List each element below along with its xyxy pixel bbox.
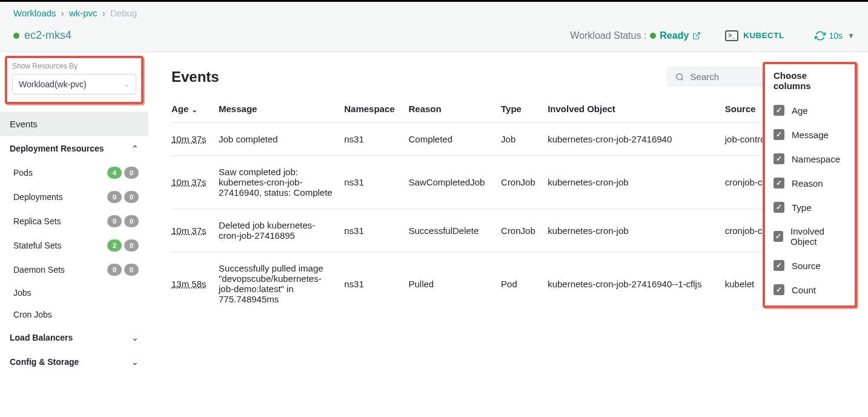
sidebar-item-deployments[interactable]: Deployments00 bbox=[0, 185, 148, 209]
breadcrumb: Workloads › wk-pvc › Debug bbox=[0, 2, 868, 24]
column-header-type[interactable]: Type bbox=[501, 98, 548, 123]
column-header-involved-object[interactable]: Involved Object bbox=[548, 98, 725, 123]
filter-value: Workload(wk-pvc) bbox=[19, 79, 87, 89]
main-content: Events Age ⌄MessageNamespaceReasonTypeIn… bbox=[148, 52, 868, 386]
status-bar: ec2-mks4 Workload Status : Ready >_ KUBE… bbox=[0, 24, 868, 52]
kubectl-button[interactable]: >_ KUBECTL bbox=[725, 30, 784, 41]
cell: Completed bbox=[408, 123, 501, 156]
choose-columns-title: Choose columns bbox=[765, 64, 855, 98]
context-status-dot bbox=[13, 33, 19, 39]
cell: Pod bbox=[501, 252, 548, 316]
chevron-down-icon: ▼ bbox=[847, 32, 855, 40]
sidebar-item-label: Jobs bbox=[13, 288, 31, 298]
checkbox-icon: ✓ bbox=[774, 153, 784, 164]
sidebar-section-load-balancers[interactable]: Load Balancers ⌄ bbox=[0, 325, 148, 350]
breadcrumb-sep: › bbox=[61, 8, 64, 18]
terminal-icon: >_ bbox=[725, 30, 738, 41]
sidebar-item-events[interactable]: Events bbox=[0, 112, 148, 136]
column-toggle-message[interactable]: ✓Message bbox=[765, 122, 855, 147]
count-badge: 0 bbox=[124, 215, 139, 227]
checkbox-icon: ✓ bbox=[774, 231, 783, 242]
badge-group: 40 bbox=[107, 167, 139, 179]
cell: Job completed bbox=[219, 123, 344, 156]
cell: 13m 58s bbox=[171, 252, 219, 316]
cell: SawCompletedJob bbox=[408, 156, 501, 209]
workload-status-value[interactable]: Ready bbox=[650, 30, 701, 41]
column-toggle-namespace[interactable]: ✓Namespace bbox=[765, 147, 855, 171]
column-toggle-involved-object[interactable]: ✓Involved Object bbox=[765, 219, 855, 253]
column-header-message[interactable]: Message bbox=[219, 98, 344, 123]
count-badge: 0 bbox=[107, 191, 122, 203]
sidebar-item-cron-jobs[interactable]: Cron Jobs bbox=[0, 304, 148, 325]
checkbox-icon: ✓ bbox=[774, 202, 784, 213]
breadcrumb-current: Debug bbox=[110, 8, 137, 18]
cell: ns31 bbox=[344, 252, 408, 316]
sidebar-item-label: Stateful Sets bbox=[13, 241, 61, 250]
sidebar-item-stateful-sets[interactable]: Stateful Sets20 bbox=[0, 233, 148, 258]
sidebar-item-label: Daemon Sets bbox=[13, 265, 65, 275]
filter-select[interactable]: Workload(wk-pvc) ⌄ bbox=[12, 74, 136, 95]
count-badge: 0 bbox=[124, 264, 139, 276]
sidebar-section-label: Load Balancers bbox=[10, 333, 73, 342]
refresh-interval-selector[interactable]: 10s ▼ bbox=[815, 30, 855, 41]
sidebar-section-deployment-resources[interactable]: Deployment Resources ⌃ bbox=[0, 136, 148, 161]
table-row[interactable]: 10m 37sJob completedns31CompletedJobkube… bbox=[171, 123, 849, 156]
sidebar-section-config-storage[interactable]: Config & Storage ⌄ bbox=[0, 350, 148, 374]
sidebar-item-jobs[interactable]: Jobs bbox=[0, 282, 148, 304]
svg-line-0 bbox=[696, 32, 700, 36]
workload-status-label: Workload Status : bbox=[570, 30, 646, 41]
svg-point-1 bbox=[677, 73, 683, 79]
sidebar-section-label: Config & Storage bbox=[10, 357, 79, 367]
column-toggle-source[interactable]: ✓Source bbox=[765, 253, 855, 278]
kubectl-label: KUBECTL bbox=[743, 31, 784, 40]
count-badge: 4 bbox=[107, 167, 122, 179]
cell: ns31 bbox=[344, 209, 408, 252]
cell: Deleted job kubernetes-cron-job-27416895 bbox=[219, 209, 344, 252]
column-header-age[interactable]: Age ⌄ bbox=[171, 98, 219, 123]
breadcrumb-wk[interactable]: wk-pvc bbox=[69, 8, 98, 18]
events-table: Age ⌄MessageNamespaceReasonTypeInvolved … bbox=[171, 98, 849, 315]
badge-group: 00 bbox=[107, 264, 139, 276]
column-toggle-label: Namespace bbox=[792, 154, 840, 164]
table-row[interactable]: 13m 58sSuccessfully pulled image "devops… bbox=[171, 252, 849, 316]
column-toggle-type[interactable]: ✓Type bbox=[765, 195, 855, 219]
cell: ns31 bbox=[344, 123, 408, 156]
checkbox-icon: ✓ bbox=[774, 178, 784, 188]
breadcrumb-workloads[interactable]: Workloads bbox=[13, 8, 56, 18]
sidebar-item-label: Events bbox=[10, 119, 38, 129]
column-toggle-label: Involved Object bbox=[790, 226, 846, 247]
count-badge: 2 bbox=[107, 239, 122, 252]
external-link-icon bbox=[692, 32, 701, 40]
column-toggle-label: Count bbox=[792, 285, 816, 295]
column-toggle-reason[interactable]: ✓Reason bbox=[765, 171, 855, 195]
column-header-reason[interactable]: Reason bbox=[408, 98, 501, 123]
column-toggle-age[interactable]: ✓Age bbox=[765, 98, 855, 122]
sidebar-item-daemon-sets[interactable]: Daemon Sets00 bbox=[0, 258, 148, 282]
table-row[interactable]: 10m 37sSaw completed job: kubernetes-cro… bbox=[171, 156, 849, 209]
page-title: Events bbox=[171, 68, 655, 85]
column-header-namespace[interactable]: Namespace bbox=[344, 98, 408, 123]
cell: Saw completed job: kubernetes-cron-job-2… bbox=[219, 156, 344, 209]
chevron-down-icon: ⌄ bbox=[131, 333, 139, 342]
cell: CronJob bbox=[501, 209, 548, 252]
cell: ns31 bbox=[344, 156, 408, 209]
resource-filter-box: Show Resources By Workload(wk-pvc) ⌄ bbox=[5, 56, 144, 104]
column-toggle-label: Type bbox=[792, 202, 812, 213]
context-name[interactable]: ec2-mks4 bbox=[24, 29, 71, 42]
sidebar-item-replica-sets[interactable]: Replica Sets00 bbox=[0, 209, 148, 233]
checkbox-icon: ✓ bbox=[774, 284, 784, 295]
checkbox-icon: ✓ bbox=[774, 260, 784, 271]
refresh-interval-value: 10s bbox=[829, 31, 843, 41]
cell: Job bbox=[501, 123, 548, 156]
column-toggle-label: Source bbox=[792, 261, 821, 271]
badge-group: 00 bbox=[107, 191, 139, 203]
sidebar-item-pods[interactable]: Pods40 bbox=[0, 161, 148, 185]
choose-columns-panel: Choose columns ✓Age✓Message✓Namespace✓Re… bbox=[763, 62, 857, 308]
column-toggle-label: Message bbox=[792, 130, 829, 140]
cell: Successfully pulled image "devopscube/ku… bbox=[219, 252, 344, 316]
column-toggle-count[interactable]: ✓Count bbox=[765, 278, 855, 302]
filter-label: Show Resources By bbox=[12, 62, 136, 70]
badge-group: 20 bbox=[107, 239, 139, 252]
badge-group: 00 bbox=[107, 215, 139, 227]
table-row[interactable]: 10m 37sDeleted job kubernetes-cron-job-2… bbox=[171, 209, 849, 252]
